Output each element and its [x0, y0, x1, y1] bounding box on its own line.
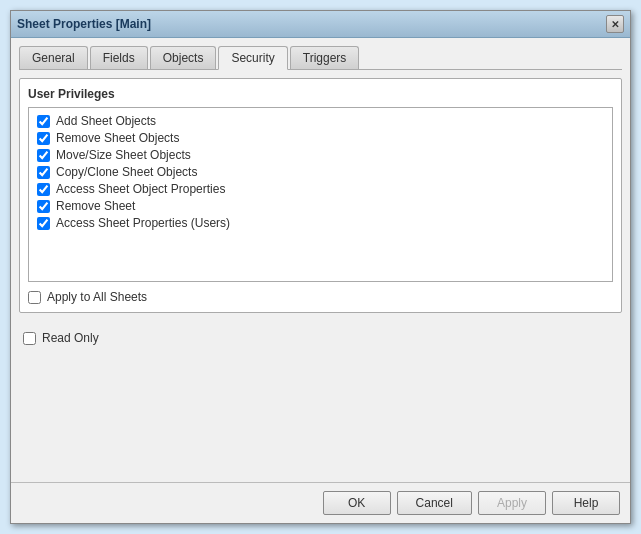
add-sheet-objects-label: Add Sheet Objects: [56, 114, 156, 128]
tab-general[interactable]: General: [19, 46, 88, 69]
apply-button[interactable]: Apply: [478, 491, 546, 515]
user-privileges-label: User Privileges: [28, 87, 613, 101]
read-only-label: Read Only: [42, 331, 99, 345]
read-only-checkbox[interactable]: [23, 332, 36, 345]
apply-to-all-sheets-label: Apply to All Sheets: [47, 290, 147, 304]
list-item: Remove Sheet: [37, 199, 604, 213]
footer: OK Cancel Apply Help: [11, 482, 630, 523]
read-only-section: Read Only: [23, 331, 622, 345]
apply-to-all-sheets-checkbox[interactable]: [28, 291, 41, 304]
access-sheet-properties-users-checkbox[interactable]: [37, 217, 50, 230]
tab-triggers[interactable]: Triggers: [290, 46, 360, 69]
help-button[interactable]: Help: [552, 491, 620, 515]
move-size-sheet-objects-label: Move/Size Sheet Objects: [56, 148, 191, 162]
tab-bar: General Fields Objects Security Triggers: [19, 46, 622, 70]
tab-security[interactable]: Security: [218, 46, 287, 70]
tab-fields[interactable]: Fields: [90, 46, 148, 69]
access-sheet-object-properties-checkbox[interactable]: [37, 183, 50, 196]
add-sheet-objects-checkbox[interactable]: [37, 115, 50, 128]
access-sheet-properties-users-label: Access Sheet Properties (Users): [56, 216, 230, 230]
list-item: Copy/Clone Sheet Objects: [37, 165, 604, 179]
tab-objects[interactable]: Objects: [150, 46, 217, 69]
remove-sheet-checkbox[interactable]: [37, 200, 50, 213]
ok-button[interactable]: OK: [323, 491, 391, 515]
list-item: Remove Sheet Objects: [37, 131, 604, 145]
checkboxes-list: Add Sheet Objects Remove Sheet Objects M…: [28, 107, 613, 282]
spacer: [19, 345, 622, 474]
sheet-properties-window: Sheet Properties [Main] ✕ General Fields…: [10, 10, 631, 524]
list-item: Move/Size Sheet Objects: [37, 148, 604, 162]
copy-clone-sheet-objects-checkbox[interactable]: [37, 166, 50, 179]
list-item: Access Sheet Object Properties: [37, 182, 604, 196]
access-sheet-object-properties-label: Access Sheet Object Properties: [56, 182, 225, 196]
title-bar: Sheet Properties [Main] ✕: [11, 11, 630, 38]
user-privileges-section: User Privileges Add Sheet Objects Remove…: [19, 78, 622, 313]
remove-sheet-label: Remove Sheet: [56, 199, 135, 213]
cancel-button[interactable]: Cancel: [397, 491, 472, 515]
main-content: General Fields Objects Security Triggers…: [11, 38, 630, 482]
close-button[interactable]: ✕: [606, 15, 624, 33]
move-size-sheet-objects-checkbox[interactable]: [37, 149, 50, 162]
window-title: Sheet Properties [Main]: [17, 17, 151, 31]
remove-sheet-objects-label: Remove Sheet Objects: [56, 131, 179, 145]
copy-clone-sheet-objects-label: Copy/Clone Sheet Objects: [56, 165, 197, 179]
apply-all-row: Apply to All Sheets: [28, 290, 613, 304]
remove-sheet-objects-checkbox[interactable]: [37, 132, 50, 145]
list-item: Add Sheet Objects: [37, 114, 604, 128]
list-item: Access Sheet Properties (Users): [37, 216, 604, 230]
